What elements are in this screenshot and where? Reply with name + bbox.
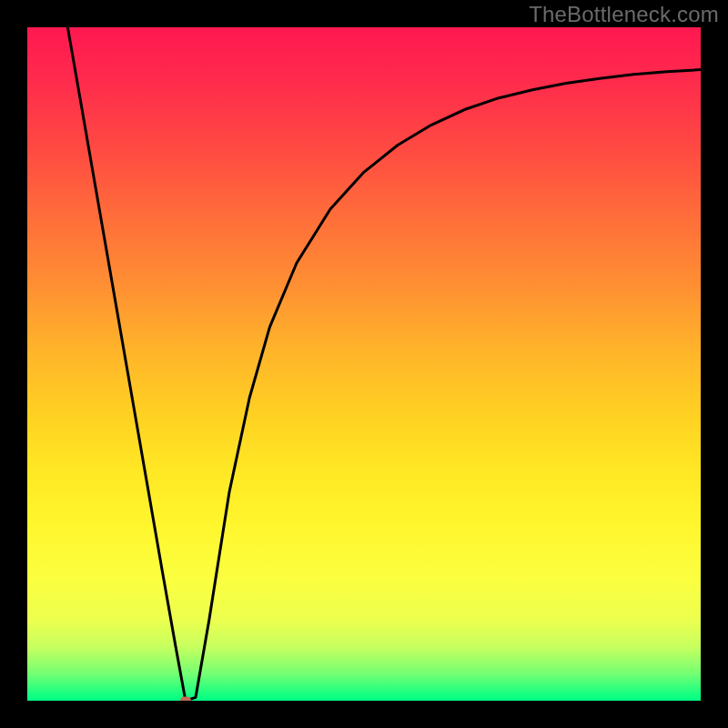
curve-svg xyxy=(27,27,701,701)
chart-frame: TheBottleneck.com xyxy=(0,0,728,728)
bottleneck-curve xyxy=(67,27,701,701)
watermark-text: TheBottleneck.com xyxy=(529,2,719,27)
minimum-marker xyxy=(180,697,191,702)
plot-area xyxy=(27,27,701,701)
